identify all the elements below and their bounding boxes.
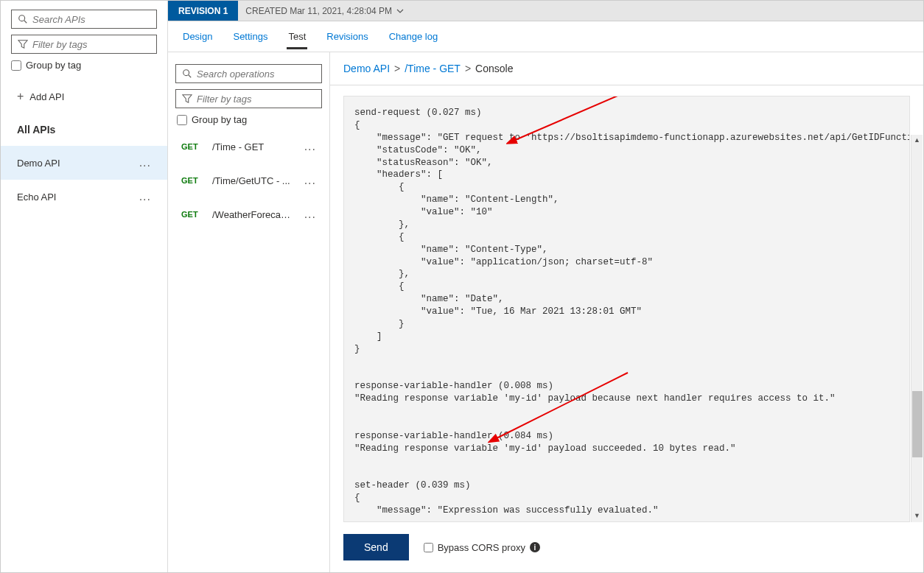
revision-bar: REVISION 1 CREATED Mar 11, 2021, 4:28:04… <box>168 1 923 21</box>
trace-rvh2: response-variable-handler (0.084 ms) "Re… <box>354 431 736 454</box>
bypass-cors[interactable]: Bypass CORS proxy i <box>424 542 540 553</box>
svg-marker-2 <box>18 41 27 49</box>
search-operations-input[interactable] <box>192 68 315 80</box>
svg-point-0 <box>19 15 25 21</box>
filter-operations[interactable] <box>175 89 322 108</box>
search-operations[interactable] <box>175 64 322 83</box>
api-label: Demo API <box>17 158 60 169</box>
trace-setheader: set-header (0.039 ms) { "message": "Expr… <box>354 480 659 516</box>
search-apis[interactable] <box>11 10 157 29</box>
trace-send-request-hdr: send-request (0.027 ms) <box>354 108 482 118</box>
crumb-sep: > <box>465 63 471 74</box>
tabs: Design Settings Test Revisions Change lo… <box>168 21 923 52</box>
api-item-echo[interactable]: Echo API ... <box>1 180 167 214</box>
chevron-down-icon <box>396 7 404 15</box>
trace-msg-pre: "message": "GET request to 'https://bsol… <box>354 133 909 143</box>
group-label: Group by tag <box>26 60 81 71</box>
info-icon[interactable]: i <box>530 542 540 552</box>
send-bar: Send Bypass CORS proxy i <box>330 522 923 572</box>
filter-icon <box>18 39 28 49</box>
crumb-sep: > <box>394 63 400 74</box>
scroll-down-icon[interactable]: ▼ <box>914 510 920 521</box>
revision-badge[interactable]: REVISION 1 <box>168 1 238 21</box>
add-api-button[interactable]: + Add API <box>1 80 167 113</box>
filter-icon <box>182 94 192 104</box>
op-weather[interactable]: GET /WeatherForecast... ... <box>175 197 322 231</box>
search-apis-input[interactable] <box>28 14 150 25</box>
ops-group-label: Group by tag <box>192 114 247 125</box>
tab-design[interactable]: Design <box>181 24 214 49</box>
bypass-checkbox[interactable] <box>424 543 433 552</box>
scroll-thumb[interactable] <box>912 391 923 457</box>
ops-group-checkbox[interactable] <box>177 115 187 125</box>
op-label: /Time - GET <box>212 141 294 152</box>
svg-line-1 <box>24 21 27 24</box>
filter-tags[interactable] <box>11 35 157 54</box>
method-badge: GET <box>181 176 202 185</box>
tab-test[interactable]: Test <box>287 24 307 49</box>
api-sidebar: Group by tag + Add API All APIs Demo API… <box>1 1 168 572</box>
all-apis-header[interactable]: All APIs <box>1 113 167 146</box>
breadcrumb: Demo API > /Time - GET > Console <box>330 52 923 85</box>
filter-tags-input[interactable] <box>28 39 150 50</box>
more-icon[interactable]: ... <box>304 140 316 153</box>
more-icon[interactable]: ... <box>139 190 151 203</box>
api-label: Echo API <box>17 191 56 203</box>
group-checkbox[interactable] <box>11 60 21 71</box>
method-badge: GET <box>181 210 202 219</box>
op-label: /Time/GetUTC - ... <box>212 175 294 186</box>
main-area: REVISION 1 CREATED Mar 11, 2021, 4:28:04… <box>168 1 923 572</box>
scroll-up-icon[interactable]: ▲ <box>914 135 920 145</box>
op-time-get[interactable]: GET /Time - GET ... <box>175 130 322 164</box>
console-output: send-request (0.027 ms) { "message": "GE… <box>343 96 910 522</box>
op-label: /WeatherForecast... <box>212 209 294 220</box>
scrollbar[interactable]: ▲ ▼ <box>911 135 923 522</box>
filter-operations-input[interactable] <box>192 94 315 105</box>
tab-revisions[interactable]: Revisions <box>325 24 369 49</box>
crumb-page: Console <box>475 63 513 74</box>
svg-marker-5 <box>183 95 192 103</box>
tab-changelog[interactable]: Change log <box>388 24 440 49</box>
svg-line-4 <box>189 75 192 78</box>
crumb-op[interactable]: /Time - GET <box>405 63 461 74</box>
send-button[interactable]: Send <box>343 534 409 560</box>
crumb-api[interactable]: Demo API <box>343 63 390 74</box>
group-by-tag[interactable]: Group by tag <box>11 60 157 71</box>
tab-settings[interactable]: Settings <box>231 24 269 49</box>
ops-group-by-tag[interactable]: Group by tag <box>175 114 322 130</box>
svg-point-3 <box>183 70 189 76</box>
created-text[interactable]: CREATED Mar 11, 2021, 4:28:04 PM <box>238 6 404 16</box>
op-time-getutc[interactable]: GET /Time/GetUTC - ... ... <box>175 164 322 197</box>
more-icon[interactable]: ... <box>304 174 316 187</box>
trace-body: "statusCode": "OK", "statusReason": "OK"… <box>354 145 653 354</box>
more-icon[interactable]: ... <box>139 156 151 169</box>
api-item-demo[interactable]: Demo API ... <box>1 146 167 180</box>
add-api-label: Add API <box>29 91 64 102</box>
console-pane: Demo API > /Time - GET > Console send-re… <box>330 52 923 572</box>
operations-column: Group by tag GET /Time - GET ... GET /Ti… <box>168 52 330 572</box>
created-label: CREATED Mar 11, 2021, 4:28:04 PM <box>245 6 392 16</box>
search-icon <box>182 68 192 79</box>
trace-brace: { <box>354 120 360 130</box>
plus-icon: + <box>17 90 24 103</box>
console-body[interactable]: send-request (0.027 ms) { "message": "GE… <box>344 96 909 521</box>
more-icon[interactable]: ... <box>304 208 316 221</box>
search-icon <box>18 14 28 24</box>
method-badge: GET <box>181 142 202 151</box>
trace-rvh1: response-variable-handler (0.008 ms) "Re… <box>354 381 836 404</box>
bypass-label: Bypass CORS proxy <box>438 542 525 553</box>
